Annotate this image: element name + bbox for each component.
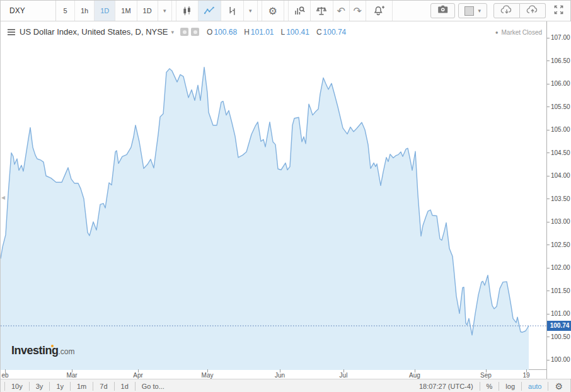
top-toolbar: DXY 51h1D1M1D ▾ ▾ ⚙ [1,1,570,21]
price-axis[interactable]: 100.74 107.00106.50106.00105.50105.00104… [546,21,571,379]
last-price-value: 100.74 [550,322,570,329]
circle-icon [193,30,197,34]
time-axis[interactable]: ebMarAprMayJunJulAugSep19 [1,370,546,379]
chart-type-area-button[interactable] [199,1,221,21]
range-button-10y[interactable]: 10y [4,382,29,391]
price-chart-svg [1,21,546,370]
price-area-fill [1,67,529,370]
price-axis-label: 104.50 [547,149,571,156]
save-chart-button[interactable] [520,3,546,18]
chart-type-candlestick-button[interactable] [176,1,199,21]
price-axis-label: 106.00 [547,80,571,87]
area-chart-icon [204,5,215,16]
chart-type-dropdown-caret[interactable]: ▾ [244,1,258,21]
fullscreen-button[interactable] [553,4,564,18]
scales-icon [316,5,327,16]
last-price-tag: 100.74 [547,321,571,331]
bottom-toolbar: 10y3y1y1m7d1dGo to... 18:07:27 (UTC-4) %… [1,379,570,392]
range-button-1d[interactable]: 1d [114,382,135,391]
price-axis-label: 105.00 [547,126,571,133]
gear-icon: ⚙ [268,5,277,17]
chevron-down-icon: ▾ [478,8,481,14]
price-axis-label: 103.00 [547,218,571,225]
chart-header: US Dollar Index, United States, D, NYSE … [8,27,353,37]
range-button-goto[interactable]: Go to... [135,382,171,391]
price-axis-label: 102.50 [547,241,571,248]
time-axis-label-jun: Jun [275,372,285,379]
fullscreen-icon [553,6,564,17]
interval-button-1h-1[interactable]: 1h [75,1,95,21]
time-axis-label-aug: Aug [409,372,420,379]
interval-button-1d-4[interactable]: 1D [137,1,158,21]
time-axis-label-apr: Apr [133,372,143,379]
header-mini-button-1[interactable] [180,28,188,36]
range-button-1y[interactable]: 1y [49,382,70,391]
indicators-button[interactable] [288,1,311,21]
log-scale-button[interactable]: log [499,382,521,391]
redo-icon: ↷ [353,5,361,17]
time-axis-label-eb: eb [1,372,8,379]
alert-bell-icon [372,5,385,16]
percent-scale-button[interactable]: % [480,382,499,391]
cloud-upload-icon [526,4,539,18]
undo-button[interactable]: ↶ [333,1,350,21]
price-axis-label: 102.00 [547,264,571,271]
chevron-down-icon: ▾ [163,8,166,14]
toolbar-right-group: ▾ [427,1,570,21]
compare-button[interactable] [311,1,333,21]
time-axis-label-may: May [202,372,214,379]
interval-button-5-0[interactable]: 5 [56,1,75,21]
price-axis-label: 100.00 [547,356,571,363]
ohlc-values: O100.68H101.01L100.41C100.74 [207,28,353,37]
range-button-3y[interactable]: 3y [29,382,50,391]
bottom-right-group: 18:07:27 (UTC-4) % log auto ⚙ [413,382,565,391]
chart-menu-icon[interactable] [8,28,15,37]
price-axis-label: 103.50 [547,195,571,202]
layout-swatch-icon [464,6,474,16]
chart-title: US Dollar Index, United States, D, NYSE [20,27,168,37]
range-button-group: 10y3y1y1m7d1dGo to... [4,382,171,391]
timezone-settings-button[interactable]: ⚙ [548,382,565,391]
interval-button-group: 51h1D1M1D [56,1,158,21]
chart-style-bars-button[interactable] [221,1,244,21]
hilo-bars-icon [227,6,238,16]
auto-scale-button[interactable]: auto [521,382,548,391]
cloud-download-icon [500,4,514,18]
clock-label: 18:07:27 (UTC-4) [413,382,480,391]
range-button-1m[interactable]: 1m [70,382,93,391]
add-alert-button[interactable] [366,1,393,21]
header-mini-button-2[interactable] [191,28,199,36]
indicators-icon [294,5,305,16]
interval-button-1d-2[interactable]: 1D [95,1,115,21]
camera-icon [437,4,449,18]
market-status-label: Market Closed [502,29,542,36]
chart-widget: DXY 51h1D1M1D ▾ ▾ ⚙ [0,0,571,392]
candlestick-icon [182,6,192,16]
ohlc-o: O100.68 [207,28,237,37]
drawing-panel-collapse-icon[interactable]: ◂ [1,193,5,202]
market-status: ● Market Closed [495,29,542,36]
range-button-7d[interactable]: 7d [93,382,113,391]
load-chart-button[interactable] [493,3,520,18]
price-axis-label: 101.00 [547,310,571,317]
chart-settings-button[interactable]: ⚙ [262,1,284,21]
price-axis-label: 101.50 [547,287,571,294]
status-dot-icon: ● [495,30,499,35]
chart-plot-area[interactable] [1,21,546,370]
chevron-down-icon[interactable]: ▾ [171,29,175,35]
symbol-input[interactable]: DXY [1,1,56,21]
interval-dropdown-caret[interactable]: ▾ [158,1,172,21]
logo-suffix: .com [59,347,75,356]
investing-logo: Investing.com [11,344,75,357]
redo-button[interactable]: ↷ [350,1,366,21]
chevron-down-icon: ▾ [249,8,252,14]
snapshot-button[interactable] [430,3,455,18]
layout-selector-button[interactable]: ▾ [458,3,487,18]
time-axis-label-mar: Mar [66,372,77,379]
ohlc-c: C100.74 [316,28,346,37]
price-axis-label: 107.00 [547,34,571,41]
time-axis-label-jul: Jul [340,372,348,379]
logo-orange-dot [51,345,54,347]
chart-region: ◂ US Dollar Index, United States, D, NYS… [1,21,571,370]
interval-button-1m-3[interactable]: 1M [115,1,137,21]
